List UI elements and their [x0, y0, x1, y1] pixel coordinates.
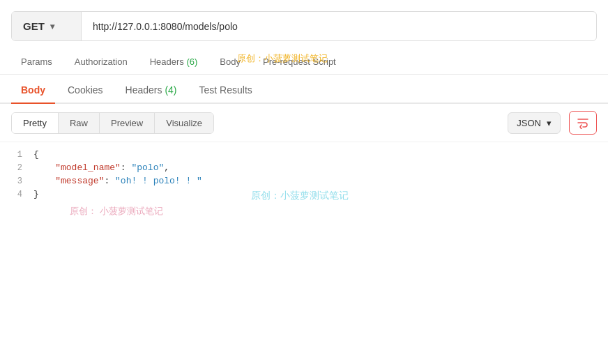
url-bar: GET ▾ [11, 11, 597, 41]
url-input[interactable] [82, 13, 596, 40]
code-line-4: 4 } [0, 188, 608, 201]
tab-headers-response[interactable]: Headers (4) [116, 77, 187, 103]
line-number-1: 1 [0, 150, 33, 160]
watermark-toolbar: 原创： 小菠萝测试笔记 [70, 205, 163, 218]
tab-test-results[interactable]: Test Results [190, 77, 262, 103]
format-selector[interactable]: JSON ▾ [508, 112, 561, 134]
tab-body[interactable]: Body [210, 50, 250, 74]
view-buttons: Pretty Raw Preview Visualize [11, 112, 214, 134]
format-label: JSON [517, 118, 541, 128]
code-line-3: 3 "message": "oh! ! polo! ! " [0, 174, 608, 188]
line-number-3: 3 [0, 176, 33, 186]
line-number-4: 4 [0, 190, 33, 199]
code-line-2: 2 "model_name": "polo", [0, 161, 608, 174]
line-content-3: "message": "oh! ! polo! ! " [33, 176, 608, 186]
tab-prerequest[interactable]: Pre-request Script [253, 50, 346, 74]
view-preview[interactable]: Preview [100, 113, 155, 133]
view-raw[interactable]: Raw [59, 113, 100, 133]
line-content-4: } [33, 189, 608, 199]
tab-body-response[interactable]: Body [11, 77, 55, 103]
line-content-2: "model_name": "polo", [33, 162, 608, 173]
view-pretty[interactable]: Pretty [12, 113, 59, 133]
response-headers-count: (4) [165, 84, 176, 96]
method-selector[interactable]: GET ▾ [12, 12, 82, 40]
tab-authorization[interactable]: Authorization [65, 50, 137, 74]
code-viewer: 1 { 2 "model_name": "polo", 3 "message":… [0, 142, 608, 206]
chevron-down-icon: ▾ [50, 22, 54, 31]
headers-count: (6) [186, 56, 197, 67]
toolbar: Pretty Raw Preview Visualize 原创： 小菠萝测试笔记… [0, 104, 608, 142]
method-label: GET [23, 20, 45, 32]
response-tabs: Body Cookies Headers (4) Test Results [0, 77, 608, 104]
line-content-1: { [33, 149, 608, 160]
line-number-2: 2 [0, 163, 33, 173]
tab-cookies[interactable]: Cookies [58, 77, 113, 103]
tab-headers[interactable]: Headers (6) [140, 50, 208, 74]
wrap-button[interactable] [569, 111, 597, 135]
request-tabs: Params Authorization Headers (6) Body Pr… [0, 50, 608, 75]
view-visualize[interactable]: Visualize [155, 113, 213, 133]
tab-params[interactable]: Params [11, 50, 62, 74]
code-line-1: 1 { [0, 148, 608, 161]
wrap-icon [577, 116, 589, 129]
format-chevron-icon: ▾ [547, 118, 552, 128]
